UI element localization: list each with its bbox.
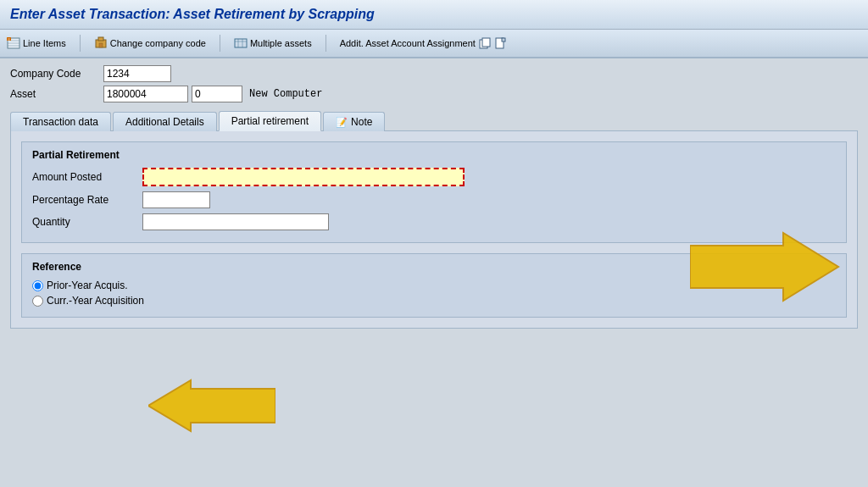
partial-retirement-section: Partial Retirement Amount Posted Percent…	[21, 141, 847, 243]
copy-icon	[478, 36, 492, 50]
asset-row: Asset New Computer	[10, 86, 858, 102]
amount-posted-input[interactable]	[142, 168, 465, 186]
change-company-icon	[94, 36, 108, 50]
curr-year-label: Curr.-Year Acquisition	[47, 295, 144, 307]
svg-rect-9	[235, 39, 247, 47]
note-icon: 📝	[336, 117, 348, 128]
curr-year-radio[interactable]	[32, 296, 43, 307]
asset-label: Asset	[10, 88, 103, 100]
line-items-icon: |||	[7, 36, 20, 50]
tab-additional-details[interactable]: Additional Details	[113, 112, 217, 131]
prior-year-radio[interactable]	[32, 280, 43, 291]
arrow-annotation-right	[690, 229, 843, 307]
partial-retirement-title: Partial Retirement	[32, 149, 836, 161]
tab-partial-retirement-label: Partial retirement	[231, 115, 309, 127]
company-code-row: Company Code	[10, 65, 858, 82]
multiple-assets-label: Multiple assets	[250, 38, 312, 48]
asset-description: New Computer	[249, 88, 322, 100]
change-company-button[interactable]: Change company code	[94, 36, 206, 50]
line-items-button[interactable]: ||| Line Items	[7, 36, 66, 50]
amount-posted-row: Amount Posted	[32, 168, 836, 186]
toolbar-separator-3	[326, 35, 326, 52]
change-company-label: Change company code	[110, 38, 206, 48]
account-assignment-label: Addit. Asset Account Assignment	[340, 38, 476, 48]
page-title: Enter Asset Transaction: Asset Retiremen…	[10, 7, 858, 22]
svg-marker-19	[148, 380, 275, 431]
tab-additional-details-label: Additional Details	[125, 116, 204, 128]
asset-sub-input[interactable]	[192, 86, 242, 102]
prior-year-label: Prior-Year Acquis.	[47, 279, 128, 291]
svg-rect-14	[482, 38, 490, 47]
percentage-rate-row: Percentage Rate	[32, 191, 836, 208]
percentage-rate-label: Percentage Rate	[32, 194, 142, 206]
tab-partial-retirement[interactable]: Partial retirement	[219, 111, 321, 131]
tab-transaction-data-label: Transaction data	[23, 116, 98, 128]
asset-input[interactable]	[103, 86, 188, 102]
tab-note[interactable]: 📝 Note	[323, 112, 385, 131]
line-items-label: Line Items	[23, 38, 66, 48]
tabs-container: Transaction data Additional Details Part…	[10, 111, 858, 131]
toolbar-separator-1	[80, 35, 81, 52]
toolbar: ||| Line Items Change company code	[0, 30, 868, 58]
tab-transaction-data[interactable]: Transaction data	[10, 112, 111, 131]
toolbar-separator-2	[220, 35, 220, 52]
multiple-assets-icon	[234, 36, 248, 50]
svg-marker-18	[690, 233, 838, 301]
amount-posted-label: Amount Posted	[32, 171, 142, 183]
multiple-assets-button[interactable]: Multiple assets	[234, 36, 312, 50]
export-icon	[494, 36, 508, 50]
account-assignment-button[interactable]: Addit. Asset Account Assignment	[340, 36, 508, 50]
company-code-label: Company Code	[10, 68, 103, 80]
tab-note-label: Note	[351, 116, 372, 128]
svg-rect-7	[98, 37, 103, 41]
svg-text:|||: |||	[8, 38, 10, 42]
title-bar: Enter Asset Transaction: Asset Retiremen…	[0, 0, 868, 30]
svg-rect-17	[502, 38, 505, 42]
quantity-row: Quantity	[32, 213, 836, 230]
company-code-input[interactable]	[103, 65, 171, 82]
percentage-rate-input[interactable]	[142, 191, 210, 208]
svg-rect-8	[99, 43, 103, 47]
arrow-annotation-left	[148, 376, 275, 438]
quantity-label: Quantity	[32, 216, 142, 228]
quantity-input[interactable]	[142, 213, 329, 230]
